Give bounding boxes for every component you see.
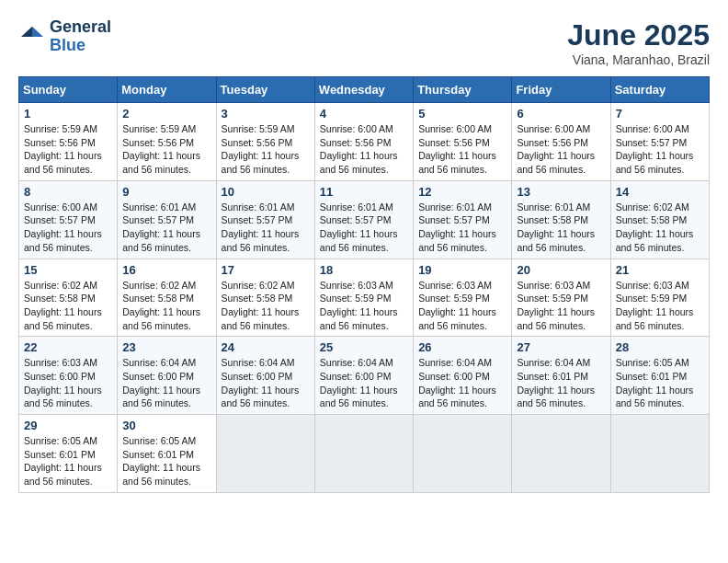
calendar-cell: 6Sunrise: 6:00 AMSunset: 5:56 PMDaylight… bbox=[512, 103, 610, 181]
calendar-cell: 23Sunrise: 6:04 AMSunset: 6:00 PMDayligh… bbox=[118, 337, 216, 415]
day-number: 14 bbox=[616, 185, 704, 199]
day-info: Sunrise: 6:01 AMSunset: 5:57 PMDaylight:… bbox=[122, 201, 210, 255]
day-number: 6 bbox=[517, 107, 605, 121]
day-info: Sunrise: 6:00 AMSunset: 5:57 PMDaylight:… bbox=[616, 122, 704, 177]
day-info: Sunrise: 6:02 AMSunset: 5:58 PMDaylight:… bbox=[122, 279, 210, 333]
day-number: 7 bbox=[616, 107, 704, 121]
day-number: 17 bbox=[222, 263, 310, 277]
day-number: 29 bbox=[24, 419, 112, 432]
calendar-cell: 15Sunrise: 6:02 AMSunset: 5:58 PMDayligh… bbox=[19, 259, 118, 337]
calendar-cell: 25Sunrise: 6:04 AMSunset: 6:00 PMDayligh… bbox=[314, 337, 413, 415]
day-number: 9 bbox=[122, 185, 210, 199]
day-number: 12 bbox=[418, 185, 506, 199]
day-info: Sunrise: 6:01 AMSunset: 5:57 PMDaylight:… bbox=[222, 201, 310, 255]
day-info: Sunrise: 6:00 AMSunset: 5:56 PMDaylight:… bbox=[517, 122, 605, 177]
day-info: Sunrise: 6:05 AMSunset: 6:01 PMDaylight:… bbox=[616, 356, 704, 410]
logo-line1: General bbox=[50, 18, 111, 37]
month-title: June 2025 bbox=[567, 18, 710, 52]
day-info: Sunrise: 5:59 AMSunset: 5:56 PMDaylight:… bbox=[222, 122, 310, 177]
day-info: Sunrise: 6:02 AMSunset: 5:58 PMDaylight:… bbox=[24, 279, 112, 333]
calendar-table: SundayMondayTuesdayWednesdayThursdayFrid… bbox=[18, 76, 710, 493]
day-number: 8 bbox=[24, 185, 112, 199]
day-header-wednesday: Wednesday bbox=[314, 77, 413, 103]
day-info: Sunrise: 6:01 AMSunset: 5:58 PMDaylight:… bbox=[517, 201, 605, 255]
calendar-cell: 16Sunrise: 6:02 AMSunset: 5:58 PMDayligh… bbox=[118, 259, 216, 337]
day-number: 28 bbox=[616, 340, 704, 354]
day-info: Sunrise: 6:03 AMSunset: 5:59 PMDaylight:… bbox=[517, 279, 605, 333]
calendar-cell bbox=[216, 415, 314, 493]
day-info: Sunrise: 5:59 AMSunset: 5:56 PMDaylight:… bbox=[24, 122, 112, 177]
calendar-body: 1Sunrise: 5:59 AMSunset: 5:56 PMDaylight… bbox=[19, 103, 710, 493]
day-info: Sunrise: 6:05 AMSunset: 6:01 PMDaylight:… bbox=[24, 434, 112, 488]
day-number: 11 bbox=[320, 185, 408, 199]
day-number: 26 bbox=[418, 340, 506, 354]
day-number: 1 bbox=[24, 107, 112, 121]
svg-marker-1 bbox=[21, 27, 32, 37]
calendar-cell: 20Sunrise: 6:03 AMSunset: 5:59 PMDayligh… bbox=[512, 259, 610, 337]
calendar-cell: 12Sunrise: 6:01 AMSunset: 5:57 PMDayligh… bbox=[414, 180, 512, 259]
day-info: Sunrise: 6:05 AMSunset: 6:01 PMDaylight:… bbox=[122, 434, 210, 488]
day-info: Sunrise: 6:04 AMSunset: 6:00 PMDaylight:… bbox=[222, 356, 310, 410]
calendar-cell: 29Sunrise: 6:05 AMSunset: 6:01 PMDayligh… bbox=[19, 415, 118, 493]
calendar-cell bbox=[414, 415, 512, 493]
day-header-sunday: Sunday bbox=[19, 77, 118, 103]
day-number: 30 bbox=[122, 419, 210, 432]
calendar-cell: 4Sunrise: 6:00 AMSunset: 5:56 PMDaylight… bbox=[314, 103, 413, 181]
day-info: Sunrise: 6:03 AMSunset: 6:00 PMDaylight:… bbox=[24, 356, 112, 410]
calendar-cell: 5Sunrise: 6:00 AMSunset: 5:56 PMDaylight… bbox=[414, 103, 512, 181]
day-number: 5 bbox=[418, 107, 506, 121]
day-info: Sunrise: 6:03 AMSunset: 5:59 PMDaylight:… bbox=[320, 279, 408, 333]
day-number: 21 bbox=[616, 263, 704, 277]
day-info: Sunrise: 6:00 AMSunset: 5:56 PMDaylight:… bbox=[418, 122, 506, 177]
day-info: Sunrise: 5:59 AMSunset: 5:56 PMDaylight:… bbox=[122, 122, 210, 177]
day-info: Sunrise: 6:03 AMSunset: 5:59 PMDaylight:… bbox=[418, 279, 506, 333]
calendar-cell: 10Sunrise: 6:01 AMSunset: 5:57 PMDayligh… bbox=[216, 180, 314, 259]
calendar-week-row: 1Sunrise: 5:59 AMSunset: 5:56 PMDaylight… bbox=[19, 103, 710, 181]
day-number: 20 bbox=[517, 263, 605, 277]
calendar-cell: 18Sunrise: 6:03 AMSunset: 5:59 PMDayligh… bbox=[314, 259, 413, 337]
calendar-week-row: 22Sunrise: 6:03 AMSunset: 6:00 PMDayligh… bbox=[19, 337, 710, 415]
logo-text: General Blue bbox=[50, 18, 111, 55]
calendar-cell bbox=[610, 415, 709, 493]
calendar-cell: 21Sunrise: 6:03 AMSunset: 5:59 PMDayligh… bbox=[610, 259, 709, 337]
calendar-header-row: SundayMondayTuesdayWednesdayThursdayFrid… bbox=[19, 77, 710, 103]
calendar-cell: 3Sunrise: 5:59 AMSunset: 5:56 PMDaylight… bbox=[216, 103, 314, 181]
day-number: 4 bbox=[320, 107, 408, 121]
calendar-cell bbox=[314, 415, 413, 493]
day-number: 15 bbox=[24, 263, 112, 277]
day-number: 24 bbox=[222, 340, 310, 354]
day-info: Sunrise: 6:03 AMSunset: 5:59 PMDaylight:… bbox=[616, 279, 704, 333]
day-header-monday: Monday bbox=[118, 77, 216, 103]
day-number: 13 bbox=[517, 185, 605, 199]
day-info: Sunrise: 6:02 AMSunset: 5:58 PMDaylight:… bbox=[616, 201, 704, 255]
day-number: 18 bbox=[320, 263, 408, 277]
day-info: Sunrise: 6:04 AMSunset: 6:00 PMDaylight:… bbox=[122, 356, 210, 410]
day-info: Sunrise: 6:00 AMSunset: 5:57 PMDaylight:… bbox=[24, 201, 112, 255]
day-header-tuesday: Tuesday bbox=[216, 77, 314, 103]
svg-marker-0 bbox=[32, 27, 43, 37]
calendar-cell: 9Sunrise: 6:01 AMSunset: 5:57 PMDaylight… bbox=[118, 180, 216, 259]
logo-line2: Blue bbox=[50, 37, 111, 55]
calendar-cell: 14Sunrise: 6:02 AMSunset: 5:58 PMDayligh… bbox=[610, 180, 709, 259]
day-number: 19 bbox=[418, 263, 506, 277]
calendar-cell: 7Sunrise: 6:00 AMSunset: 5:57 PMDaylight… bbox=[610, 103, 709, 181]
calendar-cell: 27Sunrise: 6:04 AMSunset: 6:01 PMDayligh… bbox=[512, 337, 610, 415]
title-block: June 2025 Viana, Maranhao, Brazil bbox=[567, 18, 710, 67]
day-info: Sunrise: 6:01 AMSunset: 5:57 PMDaylight:… bbox=[418, 201, 506, 255]
day-number: 2 bbox=[122, 107, 210, 121]
day-header-friday: Friday bbox=[512, 77, 610, 103]
day-info: Sunrise: 6:00 AMSunset: 5:56 PMDaylight:… bbox=[320, 122, 408, 177]
day-info: Sunrise: 6:01 AMSunset: 5:57 PMDaylight:… bbox=[320, 201, 408, 255]
calendar-week-row: 29Sunrise: 6:05 AMSunset: 6:01 PMDayligh… bbox=[19, 415, 710, 493]
calendar-cell: 1Sunrise: 5:59 AMSunset: 5:56 PMDaylight… bbox=[19, 103, 118, 181]
day-info: Sunrise: 6:02 AMSunset: 5:58 PMDaylight:… bbox=[222, 279, 310, 333]
day-header-thursday: Thursday bbox=[414, 77, 512, 103]
calendar-cell: 13Sunrise: 6:01 AMSunset: 5:58 PMDayligh… bbox=[512, 180, 610, 259]
calendar-cell: 26Sunrise: 6:04 AMSunset: 6:00 PMDayligh… bbox=[414, 337, 512, 415]
calendar-cell: 24Sunrise: 6:04 AMSunset: 6:00 PMDayligh… bbox=[216, 337, 314, 415]
page-header: General Blue June 2025 Viana, Maranhao, … bbox=[18, 18, 710, 67]
calendar-cell: 8Sunrise: 6:00 AMSunset: 5:57 PMDaylight… bbox=[19, 180, 118, 259]
calendar-cell: 2Sunrise: 5:59 AMSunset: 5:56 PMDaylight… bbox=[118, 103, 216, 181]
logo-icon bbox=[18, 23, 46, 51]
calendar-cell bbox=[512, 415, 610, 493]
